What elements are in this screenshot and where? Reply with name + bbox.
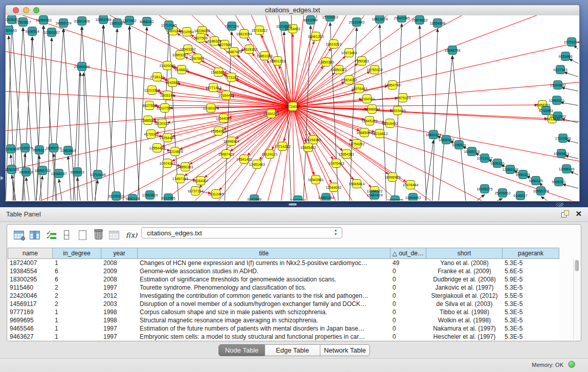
graph-node-label: 14530992: [438, 138, 454, 142]
graph-node-label: 15958231: [534, 103, 550, 107]
cell-in_degree: 6: [53, 275, 101, 283]
graph-node-label: 12164122: [366, 189, 382, 193]
graph-node-label: 19861013: [256, 54, 272, 58]
citation-network-graph[interactable]: 1872400798601238912954182260589827509818…: [6, 15, 579, 201]
table-row[interactable]: 1872400712008Changes of HCN gene express…: [8, 259, 559, 267]
graph-node-label: 15487429: [226, 50, 242, 54]
network-window-titlebar[interactable]: citations_edges.txt: [6, 5, 579, 16]
memory-status-indicator[interactable]: [568, 361, 575, 368]
graph-edge: [39, 176, 42, 201]
column-header-pagerank[interactable]: pagerank: [503, 248, 559, 259]
window-resize-grip-icon[interactable]: [556, 203, 563, 207]
graph-node-label: 18996924: [223, 140, 239, 143]
row-checks-icon[interactable]: ✓▬✓▬: [45, 229, 56, 240]
graph-edge: [380, 25, 386, 201]
column-header-in_degree[interactable]: in_degree: [53, 248, 101, 259]
graph-node-label: 10553821: [553, 152, 569, 156]
table-row[interactable]: 2242004622012Investigating the contribut…: [8, 292, 559, 300]
cell-in_degree: 2: [53, 283, 101, 292]
graph-edge: [129, 26, 140, 201]
graph-node-label: 10719146: [90, 173, 105, 177]
column-header-year[interactable]: year: [101, 248, 138, 259]
graph-edge: [439, 56, 452, 201]
table-row[interactable]: 946362711997Embryonic stem cells: a mode…: [8, 333, 559, 341]
graph-edge: [123, 26, 129, 201]
table-row[interactable]: 911546021997Tourette syndrome. Phenomeno…: [8, 283, 559, 292]
column-header-name[interactable]: name: [8, 248, 53, 259]
table-row[interactable]: 946554611997Estimation of the future num…: [8, 324, 559, 333]
graph-edge: [565, 156, 578, 159]
graph-node-label: 8550324: [6, 168, 19, 171]
cell-title: Corpus callosum shape and size in male p…: [138, 308, 390, 316]
cell-in_degree: 2: [53, 300, 101, 308]
graph-edge: [59, 179, 62, 201]
splitter-collapse-arrow-icon[interactable]: [1, 176, 4, 180]
cell-out_de: 0: [390, 267, 426, 275]
cell-short: Stergiakouli et al. (2012): [426, 292, 503, 300]
cell-out_de: 0: [390, 292, 426, 300]
graph-edge: [68, 156, 71, 201]
graph-node-label: 12444151: [549, 99, 564, 102]
graph-node-label: 14854749: [384, 83, 400, 87]
graph-node-label: 9242849: [247, 198, 261, 201]
float-panel-button[interactable]: [561, 210, 569, 218]
cell-out_de: 49: [390, 259, 426, 267]
table-row[interactable]: 969969511998Structural magnetic resonanc…: [8, 316, 559, 324]
graph-node-label: 8466162: [140, 20, 154, 24]
table-row[interactable]: 1456911722003Disruption of a novel membe…: [8, 300, 559, 308]
column-header-title[interactable]: title: [138, 248, 390, 259]
close-panel-button[interactable]: ✕: [575, 209, 582, 218]
mdi-desktop: citations_edges.txt 18724007986012389129…: [0, 0, 588, 207]
tab-node-table[interactable]: Node Table: [219, 344, 265, 356]
graph-node-label: 10973493: [341, 51, 357, 55]
graph-node-label: 14618102: [241, 48, 257, 51]
graph-node-label: 29123442: [349, 20, 364, 24]
new-table-icon[interactable]: [77, 229, 88, 240]
graph-node-label: 8912955: [161, 196, 175, 200]
graph-node-label: 17714212: [274, 145, 290, 148]
merge-tables-icon[interactable]: [61, 229, 72, 240]
tab-network-table[interactable]: Network Table: [320, 344, 370, 356]
cell-in_degree: 1: [53, 316, 101, 324]
graph-node-label: 9505319: [70, 170, 84, 174]
graph-node-label: 15487424: [366, 193, 382, 197]
column-header-out_de[interactable]: △ out_de…: [390, 248, 426, 259]
delete-table-icon[interactable]: [93, 229, 104, 240]
graph-node-label: 9860125: [529, 179, 542, 183]
graph-node-label: 2718120: [150, 75, 164, 79]
cell-pagerank: 5.3E-5: [503, 308, 559, 316]
graph-node-label: 12066189: [558, 167, 574, 171]
cell-in_degree: 1: [53, 324, 101, 333]
graph-node-label: 8215953: [539, 109, 553, 113]
graph-node-label: 14541432: [236, 158, 252, 161]
table-row[interactable]: 1830029562008Estimation of significance …: [8, 275, 559, 283]
column-header-short[interactable]: short: [426, 248, 503, 259]
network-canvas[interactable]: 1872400798601238912954182260589827509818…: [6, 15, 579, 201]
graph-node-label: 29053346: [74, 65, 90, 69]
graph-node-label: 11654398: [430, 21, 446, 25]
cell-title: Embryonic stem cells: a model to study s…: [138, 333, 390, 341]
graph-edge: [425, 140, 433, 201]
table-settings-icon[interactable]: [13, 229, 25, 240]
table-scrollbar[interactable]: [573, 259, 580, 340]
table-row[interactable]: 977716911998Corpus callosum shape and si…: [8, 308, 559, 316]
graph-node-label: 16312445: [208, 192, 224, 196]
graph-node-label: 19619212: [325, 42, 341, 46]
tab-edge-table[interactable]: Edge Table: [265, 344, 320, 356]
graph-node-label: 9329966: [558, 55, 572, 58]
horizontal-splitter-grip[interactable]: [289, 203, 297, 206]
cell-title: Investigating the contribution of common…: [138, 292, 390, 300]
select-columns-icon[interactable]: [29, 229, 40, 240]
float-window-icon: [564, 210, 569, 215]
table-selector-dropdown[interactable]: citations_edges.txt ▲▼: [141, 227, 342, 238]
scrollbar-thumb[interactable]: [575, 260, 579, 271]
function-builder-icon[interactable]: f(x): [124, 229, 139, 240]
network-window[interactable]: citations_edges.txt 18724007986012389129…: [5, 5, 580, 202]
graph-node-label: 8220332: [155, 122, 169, 125]
graph-node-label: 18195275: [476, 187, 492, 191]
graph-edge: [138, 27, 147, 201]
graph-node-label: 17457183: [172, 177, 188, 181]
table-row[interactable]: 1938455462009Genome-wide association stu…: [8, 267, 559, 275]
graph-node-label: 17210649: [555, 137, 571, 140]
cell-out_de: 0: [390, 333, 426, 341]
